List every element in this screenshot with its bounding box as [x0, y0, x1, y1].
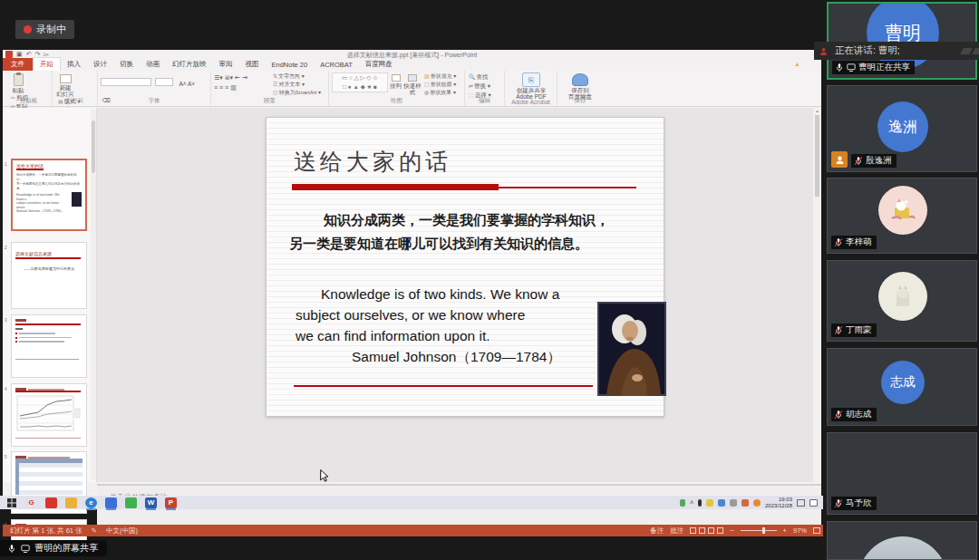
paste-button[interactable]: 粘贴: [8, 72, 28, 93]
comments-toggle[interactable]: 批注: [670, 526, 683, 536]
thumbnail-slide-3[interactable]: [11, 314, 87, 378]
columns-button[interactable]: ▥: [230, 84, 237, 91]
quick-styles-button[interactable]: 快速样式: [403, 72, 422, 95]
replace-button[interactable]: ⇄替换 ▾: [469, 82, 491, 91]
save-to-baidu-button[interactable]: 保存到百度网盘: [560, 72, 600, 100]
slideshow-view-button[interactable]: [717, 527, 723, 534]
indent-buttons[interactable]: ⇤ ⇥: [235, 74, 247, 81]
font-name-combobox[interactable]: [101, 78, 151, 86]
zoom-out-button[interactable]: −: [730, 526, 733, 535]
recording-badge[interactable]: 录制中: [15, 20, 74, 39]
fit-to-window-button[interactable]: [813, 527, 820, 534]
word-icon[interactable]: W: [145, 497, 157, 508]
participant-tile-yinyizhou[interactable]: 逸洲 殷逸洲: [827, 85, 977, 172]
file-explorer-icon[interactable]: [65, 497, 77, 508]
language-indicator[interactable]: 中文(中国): [106, 526, 138, 536]
new-slide-button[interactable]: 新建幻灯片: [55, 72, 75, 97]
thumbnail-slide-2[interactable]: 选择文献信息来源 ——以数据库检索为中心的展示: [11, 242, 87, 309]
tab-endnote[interactable]: EndNote 20: [266, 59, 315, 71]
spell-check-icon[interactable]: ✎: [92, 526, 97, 535]
participant-tile-caoming[interactable]: 曹明 曹明正在共享: [827, 2, 977, 80]
zoom-level[interactable]: 97%: [793, 526, 807, 535]
text-direction-button[interactable]: ⇅文字方向 ▾: [273, 72, 321, 81]
browser-g-icon[interactable]: G: [25, 497, 37, 508]
battery-icon[interactable]: [680, 499, 685, 507]
tab-transitions[interactable]: 切换: [113, 58, 140, 71]
zoom-slider[interactable]: [741, 530, 777, 532]
adobe-pdf-icon: ⎘: [522, 72, 540, 87]
thumbnail-slide-4[interactable]: [11, 383, 87, 447]
red-app-icon[interactable]: [45, 497, 57, 508]
thumbnail-slide-1[interactable]: 送给大家的话 知识分成两类，一类是我们要掌握的学科知识， 另一类是要知道在哪儿可…: [11, 159, 87, 231]
tab-view[interactable]: 视图: [239, 58, 266, 71]
smartart-button[interactable]: ◫转换为SmartArt ▾: [273, 89, 321, 97]
warning-icon[interactable]: ▲: [794, 61, 800, 67]
slide-scrollbar[interactable]: ▴: [813, 108, 821, 482]
tray-app-icon-5[interactable]: [753, 499, 761, 507]
thumb-number: 5: [5, 455, 7, 459]
tab-baidu-netdisk[interactable]: 百度网盘: [359, 58, 399, 71]
avatar: [858, 536, 948, 560]
normal-view-button[interactable]: [690, 527, 696, 534]
thumbnail-scrollbar[interactable]: [91, 110, 96, 480]
tab-insert[interactable]: 插入: [61, 58, 87, 71]
arrange-button[interactable]: 排列: [388, 72, 403, 89]
thumb-number: 1: [5, 162, 7, 167]
tab-animations[interactable]: 动画: [140, 58, 166, 71]
numbering-button[interactable]: ≣▾: [225, 74, 233, 81]
zoom-in-button[interactable]: +: [783, 526, 787, 535]
align-text-button[interactable]: ☰对齐文本 ▾: [273, 81, 321, 89]
shape-fill-button[interactable]: ▨形状填充 ▾: [424, 72, 456, 81]
reading-view-button[interactable]: [708, 527, 714, 534]
tab-slideshow[interactable]: 幻灯片放映: [166, 58, 213, 71]
participant-tile-mayuxin[interactable]: 马予欣: [827, 432, 977, 515]
align-center-button[interactable]: ≡: [219, 84, 223, 91]
tray-app-icon-4[interactable]: [742, 499, 749, 507]
tray-app-icon-3[interactable]: [730, 499, 737, 507]
participant-tile-partial[interactable]: [827, 521, 977, 560]
shape-effects-button[interactable]: ◍形状效果 ▾: [424, 89, 456, 97]
logo-watermark: [962, 48, 979, 54]
taskbar-clock[interactable]: 19:03 2023/12/28: [765, 497, 792, 509]
powerpoint-taskbar-icon[interactable]: P: [165, 497, 177, 508]
drawing-group: ▭ ○ △ ▷ ◇ ☆ □ ● ▲ ◆ ★ ■ 排列 快速样式 ▨形状填充 ▾ …: [329, 71, 465, 106]
blue-app-icon[interactable]: [105, 497, 117, 508]
tab-home[interactable]: 开始: [33, 57, 61, 71]
tab-acrobat[interactable]: ACROBAT: [314, 59, 359, 71]
notes-toggle[interactable]: 备注: [650, 526, 664, 536]
find-button[interactable]: 🔍查找: [469, 72, 491, 82]
bullets-button[interactable]: ☰▾: [214, 74, 223, 81]
align-right-button[interactable]: ≡: [225, 84, 228, 91]
create-adobe-pdf-button[interactable]: ⎘ 创建并共享Adobe PDF: [508, 72, 555, 100]
action-center-icon[interactable]: [809, 499, 818, 507]
align-left-button[interactable]: ≡: [214, 84, 218, 91]
tab-file[interactable]: 文件: [3, 58, 33, 71]
slide-cn-paragraph[interactable]: 知识分成两类，一类是我们要掌握的学科知识， 另一类是要知道在哪儿可以找到有关知识…: [289, 208, 652, 256]
screen-share-banner[interactable]: 曹明的屏幕共享: [0, 540, 107, 556]
tab-review[interactable]: 审阅: [213, 58, 239, 71]
participant-tile-dingyumeng[interactable]: 丁雨蒙: [827, 260, 977, 342]
participant-tile-huzhicheng[interactable]: 志成 胡志成: [827, 348, 977, 426]
save-group-label: 保存: [557, 97, 603, 105]
hidden-icons-caret[interactable]: ˄: [690, 499, 693, 506]
start-button[interactable]: [5, 497, 17, 508]
tray-mic-icon[interactable]: [698, 499, 702, 507]
participant-tile-lizimeng[interactable]: 李梓萌: [827, 178, 977, 254]
shape-outline-button[interactable]: ▢形状轮廓 ▾: [424, 81, 456, 89]
slide-title[interactable]: 送给大家的话: [294, 147, 451, 177]
samuel-johnson-portrait[interactable]: [597, 302, 666, 396]
slide-en-paragraph[interactable]: Knowledge is of two kinds. We know a sub…: [296, 284, 595, 367]
slides-group: 新建幻灯片 ▤版式 ▾ ⟲重置 ▦节 ▾ 幻灯片: [53, 71, 98, 106]
grow-font-button[interactable]: A˄ A˅: [179, 81, 195, 87]
tab-design[interactable]: 设计: [87, 58, 113, 71]
edge-browser-icon[interactable]: e: [85, 497, 97, 508]
slide-editor[interactable]: 送给大家的话 知识分成两类，一类是我们要掌握的学科知识， 另一类是要知道在哪儿可…: [266, 117, 664, 417]
font-size-combobox[interactable]: [155, 78, 173, 86]
slide-counter: 幻灯片 第 1 张, 共 61 张: [10, 526, 82, 536]
pen-workspace-icon[interactable]: [797, 499, 805, 507]
wechat-icon[interactable]: [125, 497, 137, 508]
tray-app-icon-1[interactable]: [706, 499, 713, 507]
tray-app-icon-2[interactable]: [718, 499, 725, 507]
shape-gallery[interactable]: ▭ ○ △ ▷ ◇ ☆ □ ● ▲ ◆ ★ ■: [332, 72, 388, 92]
slide-sorter-view-button[interactable]: [699, 527, 705, 534]
